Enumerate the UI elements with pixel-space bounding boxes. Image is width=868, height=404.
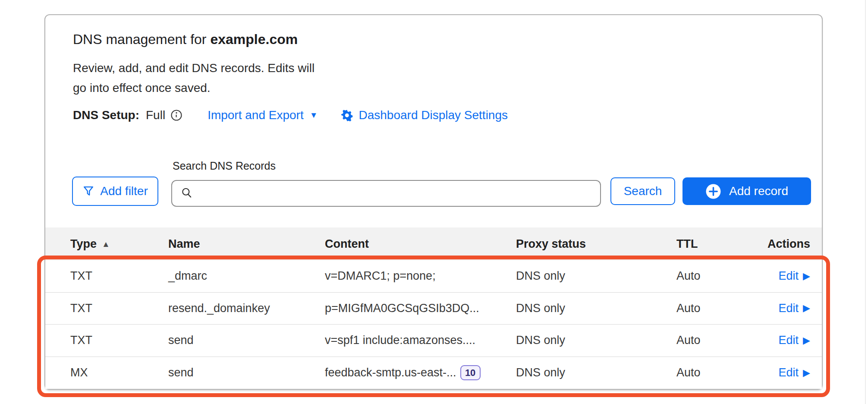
screen-right-edge: [865, 0, 866, 404]
import-export-label: Import and Export: [208, 108, 304, 122]
edit-arrow-icon: ▶: [803, 303, 810, 314]
cell-proxy-status: DNS only: [516, 260, 565, 292]
cell-type: MX: [70, 357, 88, 389]
plus-circle-icon: [705, 183, 721, 199]
priority-badge: 10: [460, 365, 481, 380]
cell-proxy-status: DNS only: [516, 325, 565, 357]
sort-ascending-icon: ▲: [102, 240, 110, 249]
gear-icon: [340, 109, 353, 122]
cell-actions: Edit ▶: [779, 325, 810, 357]
add-filter-label: Add filter: [100, 184, 148, 198]
chevron-down-icon: ▼: [310, 110, 318, 120]
cell-actions: Edit ▶: [779, 293, 810, 325]
search-button[interactable]: Search: [610, 177, 675, 205]
dashboard-display-settings-label: Dashboard Display Settings: [359, 108, 508, 122]
filter-funnel-icon: [82, 185, 94, 197]
cell-content: p=MIGfMA0GCSqGSIb3DQ...: [325, 293, 479, 325]
cell-content-text: p=MIGfMA0GCSqGSIb3DQ...: [325, 302, 479, 315]
cell-content-text: v=spf1 include:amazonses....: [325, 334, 475, 347]
cell-content-text: v=DMARC1; p=none;: [325, 269, 436, 283]
dns-setup-row: DNS Setup: Full Import and Export ▼ Dash…: [73, 107, 508, 124]
edit-arrow-icon: ▶: [803, 367, 810, 379]
edit-link-label: Edit: [779, 269, 799, 283]
table-row: TXT _dmarc v=DMARC1; p=none; DNS only Au…: [45, 260, 822, 293]
edit-arrow-icon: ▶: [803, 335, 810, 346]
edit-link-label: Edit: [779, 302, 799, 315]
table-body: TXT _dmarc v=DMARC1; p=none; DNS only Au…: [45, 260, 822, 389]
add-record-label: Add record: [729, 184, 788, 198]
page-title-prefix: DNS management for: [73, 32, 206, 47]
column-header-proxy-status: Proxy status: [516, 227, 586, 260]
cell-proxy-status: DNS only: [516, 357, 565, 389]
cell-name: resend._domainkey: [168, 293, 270, 325]
table-row: MX send feedback-smtp.us-east-... 10 DNS…: [45, 357, 822, 389]
cell-type: TXT: [70, 293, 92, 325]
cell-name: send: [168, 325, 194, 357]
dns-setup-value: Full: [146, 108, 165, 122]
cell-name: send: [168, 357, 194, 389]
cell-content: v=DMARC1; p=none;: [325, 260, 436, 292]
subtitle-line-1: Review, add, and edit DNS records. Edits…: [73, 58, 314, 78]
table-row: TXT resend._domainkey p=MIGfMA0GCSqGSIb3…: [45, 293, 822, 325]
page-subtitle: Review, add, and edit DNS records. Edits…: [73, 58, 314, 98]
add-record-button[interactable]: Add record: [682, 177, 811, 205]
edit-link[interactable]: Edit ▶: [779, 366, 810, 379]
table-row: TXT send v=spf1 include:amazonses.... DN…: [45, 325, 822, 357]
column-header-actions: Actions: [767, 227, 810, 260]
search-icon: [181, 187, 194, 200]
cell-type: TXT: [70, 260, 92, 292]
edit-link-label: Edit: [779, 366, 799, 379]
cell-content: feedback-smtp.us-east-... 10: [325, 357, 481, 389]
edit-link[interactable]: Edit ▶: [779, 269, 810, 283]
column-header-name: Name: [168, 227, 200, 260]
edit-link[interactable]: Edit ▶: [779, 334, 810, 347]
search-input-wrapper: [171, 180, 601, 207]
edit-link[interactable]: Edit ▶: [779, 302, 810, 315]
column-header-content: Content: [325, 227, 369, 260]
edit-arrow-icon: ▶: [803, 271, 810, 282]
dns-management-card: DNS management forexample.com Review, ad…: [44, 14, 823, 390]
import-export-link[interactable]: Import and Export ▼: [208, 108, 318, 122]
subtitle-line-2: go into effect once saved.: [73, 78, 314, 98]
edit-link-label: Edit: [779, 334, 799, 347]
cell-proxy-status: DNS only: [516, 293, 565, 325]
table-header-row: Type▲ Name Content Proxy status TTL Acti…: [45, 227, 822, 260]
cell-content: v=spf1 include:amazonses....: [325, 325, 475, 357]
add-filter-button[interactable]: Add filter: [72, 177, 158, 206]
cell-ttl: Auto: [676, 260, 701, 292]
cell-content-text: feedback-smtp.us-east-...: [325, 366, 456, 379]
page-title-domain: example.com: [210, 32, 298, 47]
dashboard-display-settings-link[interactable]: Dashboard Display Settings: [340, 108, 508, 122]
cell-actions: Edit ▶: [779, 357, 810, 389]
column-header-ttl: TTL: [676, 227, 698, 260]
search-button-label: Search: [624, 184, 662, 198]
search-dns-records-label: Search DNS Records: [173, 160, 276, 172]
cell-type: TXT: [70, 325, 92, 357]
cell-ttl: Auto: [676, 293, 701, 325]
info-icon[interactable]: [170, 109, 183, 122]
dns-setup-label: DNS Setup:: [73, 108, 139, 122]
search-input[interactable]: [200, 181, 600, 206]
cell-actions: Edit ▶: [779, 260, 810, 292]
cell-ttl: Auto: [676, 357, 701, 389]
column-header-type[interactable]: Type▲: [70, 227, 110, 261]
page-title: DNS management forexample.com: [73, 30, 298, 49]
cell-name: _dmarc: [168, 260, 207, 292]
column-header-type-label: Type: [70, 237, 97, 250]
cell-ttl: Auto: [676, 325, 701, 357]
